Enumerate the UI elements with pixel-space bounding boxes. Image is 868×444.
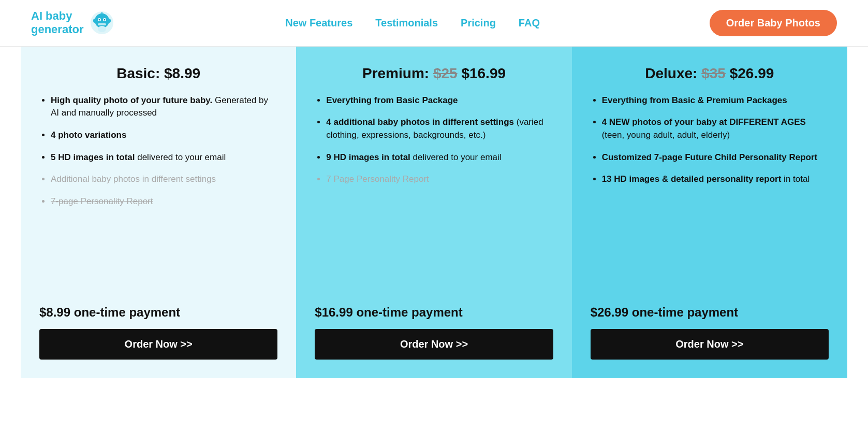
svg-point-9 [93, 19, 96, 23]
baby-robot-icon [89, 9, 115, 36]
premium-plan-title: Premium: $25 $16.99 [315, 65, 553, 82]
list-item: 7-page Personality Report [51, 195, 277, 208]
plan-card-premium: Premium: $25 $16.99 Everything from Basi… [296, 47, 571, 378]
pricing-section: Basic: $8.99 High quality photo of your … [0, 47, 868, 409]
deluxe-price: $26.99 [730, 65, 774, 81]
svg-rect-6 [98, 23, 106, 25]
premium-price: $16.99 [461, 65, 506, 81]
list-item: Customized 7-page Future Child Personali… [602, 151, 829, 164]
basic-plan-price: $8.99 one-time payment [39, 305, 277, 320]
logo-text: AI baby generator [31, 9, 83, 37]
list-item: 9 HD images in total delivered to your e… [326, 151, 553, 164]
svg-rect-8 [101, 12, 102, 15]
premium-order-button[interactable]: Order Now >> [315, 329, 553, 360]
list-item: Everything from Basic Package [326, 94, 553, 107]
list-item: 13 HD images & detailed personality repo… [602, 173, 829, 186]
plan-card-deluxe: Deluxe: $35 $26.99 Everything from Basic… [572, 47, 847, 378]
list-item: 4 photo variations [51, 129, 277, 142]
premium-strikethrough-price: $25 [433, 65, 458, 81]
list-item: 4 NEW photos of your baby at DIFFERENT A… [602, 116, 829, 141]
nav-new-features[interactable]: New Features [285, 17, 352, 29]
nav-faq[interactable]: FAQ [519, 17, 540, 29]
deluxe-features-list: Everything from Basic & Premium Packages… [591, 94, 829, 293]
header-order-button[interactable]: Order Baby Photos [710, 10, 837, 36]
svg-point-5 [104, 19, 106, 21]
main-nav: New Features Testimonials Pricing FAQ [285, 17, 540, 29]
premium-features-list: Everything from Basic Package 4 addition… [315, 94, 553, 293]
plan-card-basic: Basic: $8.99 High quality photo of your … [21, 47, 296, 378]
list-item: High quality photo of your future baby. … [51, 94, 277, 120]
logo: AI baby generator [31, 9, 115, 37]
svg-point-10 [108, 19, 111, 23]
deluxe-order-button[interactable]: Order Now >> [591, 329, 829, 360]
list-item: Everything from Basic & Premium Packages [602, 94, 829, 107]
basic-features-list: High quality photo of your future baby. … [39, 94, 277, 293]
deluxe-plan-price: $26.99 one-time payment [591, 305, 829, 320]
deluxe-strikethrough-price: $35 [701, 65, 726, 81]
basic-order-button[interactable]: Order Now >> [39, 329, 277, 360]
svg-point-11 [98, 26, 106, 32]
list-item: 7 Page Personality Report [326, 173, 553, 186]
nav-pricing[interactable]: Pricing [461, 17, 496, 29]
basic-plan-title: Basic: $8.99 [39, 65, 277, 82]
list-item: 4 additional baby photos in different se… [326, 116, 553, 141]
deluxe-plan-title: Deluxe: $35 $26.99 [591, 65, 829, 82]
premium-plan-price: $16.99 one-time payment [315, 305, 553, 320]
svg-point-4 [99, 19, 100, 21]
list-item: Additional baby photos in different sett… [51, 173, 277, 186]
site-header: AI baby generator New Features Testimoni… [0, 0, 868, 47]
nav-testimonials[interactable]: Testimonials [375, 17, 438, 29]
list-item: 5 HD images in total delivered to your e… [51, 151, 277, 164]
